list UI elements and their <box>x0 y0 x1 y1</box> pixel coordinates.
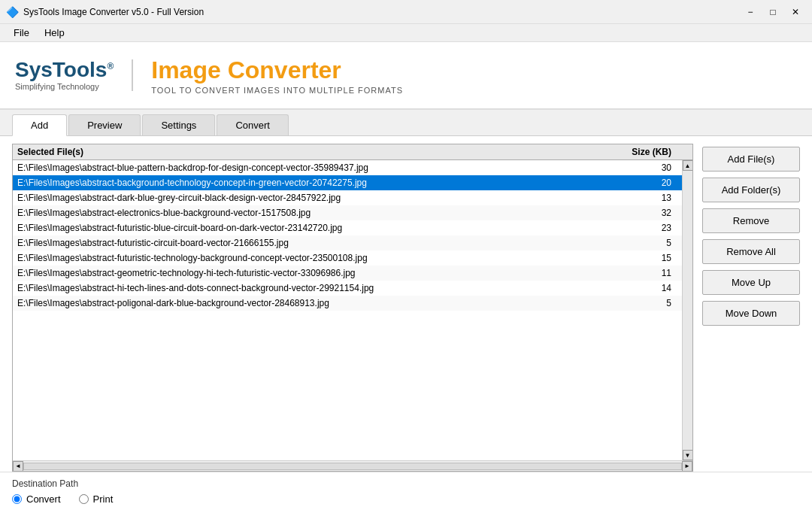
file-size: 13 <box>617 193 677 203</box>
app-title: Image Converter <box>151 56 403 84</box>
scroll-left-button[interactable]: ◄ <box>13 461 23 472</box>
table-row[interactable]: E:\Files\Images\abstract-electronics-blu… <box>13 205 682 220</box>
logo: SysTools® <box>15 59 114 80</box>
titlebar: 🔷 SysTools Image Converter v5.0 - Full V… <box>0 0 812 24</box>
radio-convert-input[interactable] <box>12 494 22 504</box>
tab-add[interactable]: Add <box>12 114 67 136</box>
file-size: 23 <box>617 223 677 233</box>
main-content: Selected File(s) Size (KB) E:\Files\Imag… <box>0 136 812 472</box>
radio-print[interactable]: Print <box>79 493 114 505</box>
file-path: E:\Files\Images\abstract-dark-blue-grey-… <box>17 193 617 203</box>
tab-convert[interactable]: Convert <box>217 114 289 135</box>
tab-preview[interactable]: Preview <box>68 114 141 135</box>
tab-bar: Add Preview Settings Convert <box>0 110 812 136</box>
menu-help[interactable]: Help <box>37 26 72 40</box>
file-size: 5 <box>617 238 677 248</box>
move-down-button[interactable]: Move Down <box>702 301 800 326</box>
file-size: 11 <box>617 268 677 278</box>
header: SysTools® Simplifying Technology Image C… <box>0 42 812 110</box>
add-folder-button[interactable]: Add Folder(s) <box>702 178 800 202</box>
menubar: File Help <box>0 24 812 42</box>
radio-convert-label: Convert <box>26 493 61 505</box>
app-icon: 🔷 <box>6 6 19 18</box>
file-path: E:\Files\Images\abstract-futuristic-circ… <box>17 238 617 248</box>
horizontal-scrollbar[interactable]: ◄ ► <box>13 460 692 471</box>
app-subtitle: TOOL TO CONVERT IMAGES INTO MULTIPLE FOR… <box>151 86 403 95</box>
file-path: E:\Files\Images\abstract-blue-pattern-ba… <box>17 162 617 173</box>
remove-button[interactable]: Remove <box>702 208 800 233</box>
remove-all-button[interactable]: Remove All <box>702 239 800 264</box>
table-row[interactable]: E:\Files\Images\abstract-dark-blue-grey-… <box>13 190 682 205</box>
radio-convert[interactable]: Convert <box>12 493 61 505</box>
file-size: 20 <box>617 178 677 188</box>
file-list-body: E:\Files\Images\abstract-blue-pattern-ba… <box>13 160 692 460</box>
file-path: E:\Files\Images\abstract-futuristic-tech… <box>17 253 617 263</box>
close-button[interactable]: ✕ <box>785 3 806 21</box>
file-size: 30 <box>617 162 677 173</box>
add-files-button[interactable]: Add File(s) <box>702 147 800 172</box>
table-row[interactable]: E:\Files\Images\abstract-futuristic-tech… <box>13 250 682 266</box>
table-row[interactable]: E:\Files\Images\abstract-poligonal-dark-… <box>13 296 682 311</box>
file-list[interactable]: E:\Files\Images\abstract-blue-pattern-ba… <box>13 160 682 460</box>
table-row[interactable]: E:\Files\Images\abstract-blue-pattern-ba… <box>13 160 682 175</box>
app-title-image: Image <box>151 56 227 83</box>
table-row[interactable]: E:\Files\Images\abstract-geometric-techn… <box>13 266 682 281</box>
file-size: 5 <box>617 298 677 308</box>
logo-text: SysTools <box>15 58 107 81</box>
vertical-scrollbar[interactable]: ▲ ▼ <box>682 160 692 460</box>
move-up-button[interactable]: Move Up <box>702 270 800 295</box>
logo-tagline: Simplifying Technology <box>15 82 99 91</box>
file-path: E:\Files\Images\abstract-futuristic-blue… <box>17 223 617 233</box>
table-row[interactable]: E:\Files\Images\abstract-background-tech… <box>13 175 682 190</box>
minimize-button[interactable]: − <box>740 3 761 21</box>
app-title-converter: Converter <box>228 56 341 83</box>
window-controls: − □ ✕ <box>740 3 806 21</box>
window-title: SysTools Image Converter v5.0 - Full Ver… <box>23 7 740 17</box>
scroll-track <box>683 171 692 450</box>
column-header-file: Selected File(s) <box>17 147 617 157</box>
file-size: 15 <box>617 253 677 263</box>
scroll-down-button[interactable]: ▼ <box>683 450 693 460</box>
action-buttons-panel: Add File(s) Add Folder(s) Remove Remove … <box>702 144 800 472</box>
hscroll-track <box>23 463 682 470</box>
maximize-button[interactable]: □ <box>762 3 783 21</box>
file-path: E:\Files\Images\abstract-electronics-blu… <box>17 208 617 218</box>
file-list-header: Selected File(s) Size (KB) <box>13 144 692 160</box>
file-path: E:\Files\Images\abstract-geometric-techn… <box>17 268 617 278</box>
file-path: E:\Files\Images\abstract-hi-tech-lines-a… <box>17 283 617 293</box>
radio-print-input[interactable] <box>79 494 89 504</box>
radio-print-label: Print <box>93 493 114 505</box>
file-size: 32 <box>617 208 677 218</box>
destination-label: Destination Path <box>12 478 800 489</box>
file-list-panel: Selected File(s) Size (KB) E:\Files\Imag… <box>12 144 693 472</box>
logo-registered: ® <box>107 61 114 71</box>
tab-settings[interactable]: Settings <box>142 114 215 135</box>
table-row[interactable]: E:\Files\Images\abstract-hi-tech-lines-a… <box>13 281 682 296</box>
file-path: E:\Files\Images\abstract-background-tech… <box>17 178 617 188</box>
scroll-up-button[interactable]: ▲ <box>683 160 693 171</box>
table-row[interactable]: E:\Files\Images\abstract-futuristic-blue… <box>13 220 682 235</box>
app-title-section: Image Converter TOOL TO CONVERT IMAGES I… <box>151 56 403 95</box>
table-row[interactable]: E:\Files\Images\abstract-futuristic-circ… <box>13 235 682 250</box>
destination-section: Destination Path Convert Print Change <box>0 472 812 507</box>
file-path: E:\Files\Images\abstract-poligonal-dark-… <box>17 298 617 308</box>
column-header-size: Size (KB) <box>617 147 677 157</box>
scroll-right-button[interactable]: ► <box>682 461 692 472</box>
logo-section: SysTools® Simplifying Technology <box>15 59 133 91</box>
file-size: 14 <box>617 283 677 293</box>
radio-group: Convert Print <box>12 493 800 505</box>
menu-file[interactable]: File <box>6 26 37 40</box>
scroll-spacer <box>677 147 688 157</box>
